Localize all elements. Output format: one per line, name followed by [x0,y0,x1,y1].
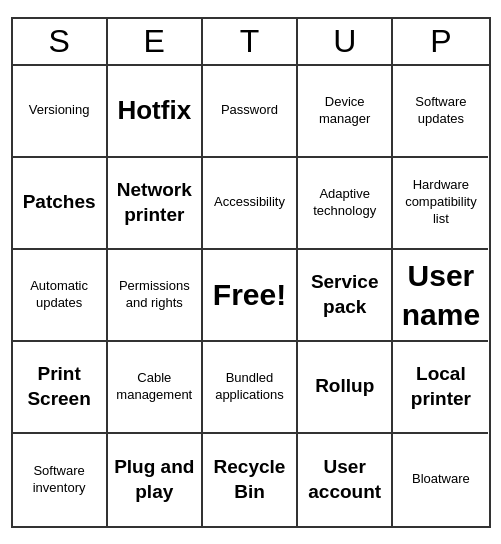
bingo-cell: Network printer [108,158,203,250]
bingo-cell: Device manager [298,66,393,158]
cell-text: Accessibility [214,194,285,211]
cell-text: Software updates [397,94,484,128]
bingo-cell: Local printer [393,342,488,434]
header-row: SETUP [13,19,489,66]
bingo-cell: Password [203,66,298,158]
bingo-grid: VersioningHotfixPasswordDevice managerSo… [13,66,489,526]
cell-text: Permissions and rights [112,278,197,312]
cell-text: Adaptive technology [302,186,387,220]
bingo-cell: User name [393,250,488,342]
cell-text: Plug and play [112,455,197,504]
header-letter: T [203,19,298,64]
cell-text: Recycle Bin [207,455,292,504]
cell-text: Service pack [302,270,387,319]
cell-text: Network printer [112,178,197,227]
bingo-cell: Print Screen [13,342,108,434]
cell-text: Rollup [315,374,374,399]
bingo-cell: User account [298,434,393,526]
cell-text: Patches [23,190,96,215]
header-letter: U [298,19,393,64]
bingo-cell: Rollup [298,342,393,434]
bingo-cell: Permissions and rights [108,250,203,342]
cell-text: Hardware compatibility list [397,177,484,228]
cell-text: Free! [213,275,286,314]
bingo-cell: Free! [203,250,298,342]
bingo-cell: Hotfix [108,66,203,158]
bingo-cell: Hardware compatibility list [393,158,488,250]
header-letter: P [393,19,488,64]
cell-text: Automatic updates [17,278,102,312]
cell-text: Device manager [302,94,387,128]
bingo-cell: Software updates [393,66,488,158]
header-letter: S [13,19,108,64]
cell-text: User name [397,256,484,334]
bingo-cell: Cable management [108,342,203,434]
cell-text: Cable management [112,370,197,404]
bingo-cell: Service pack [298,250,393,342]
cell-text: Bundled applications [207,370,292,404]
cell-text: Versioning [29,102,90,119]
cell-text: Password [221,102,278,119]
bingo-cell: Bundled applications [203,342,298,434]
cell-text: Local printer [397,362,484,411]
cell-text: Hotfix [117,94,191,128]
bingo-cell: Bloatware [393,434,488,526]
bingo-cell: Automatic updates [13,250,108,342]
bingo-cell: Versioning [13,66,108,158]
bingo-cell: Adaptive technology [298,158,393,250]
bingo-cell: Plug and play [108,434,203,526]
bingo-cell: Software inventory [13,434,108,526]
cell-text: Software inventory [17,463,102,497]
cell-text: Bloatware [412,471,470,488]
bingo-card: SETUP VersioningHotfixPasswordDevice man… [11,17,491,528]
bingo-cell: Patches [13,158,108,250]
bingo-cell: Accessibility [203,158,298,250]
cell-text: Print Screen [17,362,102,411]
header-letter: E [108,19,203,64]
cell-text: User account [302,455,387,504]
bingo-cell: Recycle Bin [203,434,298,526]
